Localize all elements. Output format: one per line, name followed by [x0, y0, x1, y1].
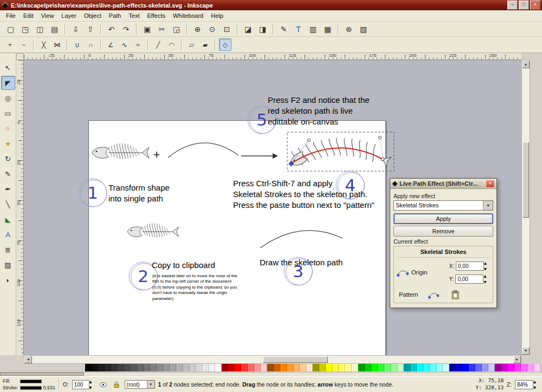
node-corner-button[interactable]: ∠	[105, 38, 117, 51]
spin-up-icon[interactable]: ▴	[483, 273, 489, 279]
palette-swatch[interactable]	[495, 364, 501, 371]
palette-swatch[interactable]	[313, 364, 319, 371]
plus-sign[interactable]: +	[153, 148, 160, 161]
palette-swatch[interactable]	[248, 364, 254, 371]
print-document-button[interactable]: ▤	[48, 22, 61, 36]
palette-swatch[interactable]	[534, 364, 540, 371]
annotation-step4[interactable]: Press Ctrl-Shift-7 and apply Skeletal St…	[233, 178, 375, 211]
spin-down-icon[interactable]: ▾	[89, 384, 95, 390]
palette-swatch[interactable]	[417, 364, 423, 371]
palette-swatch[interactable]	[326, 364, 332, 371]
menu-edit[interactable]: Edit	[20, 11, 37, 21]
dialog-title-bar[interactable]: Live Path Effect (Shift+Ctr... ×	[390, 179, 496, 189]
vertical-scroll-thumb[interactable]	[522, 142, 529, 218]
paste-pattern-icon[interactable]	[449, 290, 461, 299]
origin-y-spinbox[interactable]: 0,00 ▴▾	[455, 273, 489, 285]
vertical-ruler[interactable]: -250255075100125150	[16, 60, 24, 355]
dropdown-arrow-icon[interactable]: ▾	[483, 201, 493, 210]
palette-swatch[interactable]	[300, 364, 306, 371]
origin-x-spinbox[interactable]: 0,00 ▴▾	[456, 260, 490, 272]
palette-swatch[interactable]	[261, 364, 267, 371]
show-handles-button[interactable]: ◇	[219, 38, 231, 51]
palette-swatch[interactable]	[319, 364, 326, 371]
palette-swatch[interactable]	[371, 364, 378, 371]
cut-button[interactable]: ✂	[155, 22, 169, 36]
dialog-close-button[interactable]: ×	[486, 180, 495, 188]
annotation-step1[interactable]: Transform shape into single path	[108, 182, 170, 204]
palette-swatch[interactable]	[521, 364, 527, 371]
palette-swatch[interactable]	[183, 364, 189, 371]
stroke-to-path-button[interactable]: ▰	[199, 38, 211, 51]
horizontal-ruler[interactable]: -250255075100125150175200225250275	[24, 53, 521, 60]
align-distribute-dialog-button[interactable]: ▦	[321, 22, 334, 36]
palette-swatch[interactable]	[384, 364, 391, 371]
palette-swatch[interactable]	[358, 364, 365, 371]
edit-pattern-on-canvas-icon[interactable]	[428, 290, 440, 299]
palette-swatch[interactable]	[111, 364, 118, 371]
palette-swatch[interactable]	[254, 364, 261, 371]
badge-5[interactable]: 5	[256, 110, 267, 129]
palette-swatch[interactable]	[85, 364, 92, 371]
palette-swatch[interactable]	[228, 364, 235, 371]
menu-text[interactable]: Text	[125, 11, 143, 21]
palette-swatch[interactable]	[157, 364, 163, 371]
xml-editor-button[interactable]: ▥	[306, 22, 320, 36]
spin-down-icon[interactable]: ▾	[533, 384, 539, 390]
palette-swatch[interactable]	[449, 364, 456, 371]
fill-stroke-indicator[interactable]: Fill: Stroke: 0,531	[3, 378, 55, 390]
palette-swatch[interactable]	[137, 364, 144, 371]
palette-swatch[interactable]	[404, 364, 410, 371]
origin-y-value[interactable]: 0,00	[455, 275, 483, 284]
palette-swatch[interactable]	[235, 364, 241, 371]
scroll-left-icon[interactable]: ◂	[24, 356, 32, 363]
paste-button[interactable]: ◲	[170, 22, 183, 36]
palette-swatch[interactable]	[430, 364, 436, 371]
vertical-scrollbar[interactable]: ▴ ▾	[521, 60, 530, 355]
bent-fish-selection[interactable]	[287, 132, 394, 171]
spin-down-icon[interactable]: ▾	[484, 266, 490, 272]
live-path-effect-dialog[interactable]: Live Path Effect (Shift+Ctr... × Apply n…	[390, 178, 497, 308]
spin-up-icon[interactable]: ▴	[484, 260, 490, 266]
save-document-button[interactable]: ◫	[33, 22, 47, 36]
star-tool-button[interactable]: ★	[1, 136, 15, 151]
palette-swatch[interactable]	[150, 364, 157, 371]
paint-bucket-tool-button[interactable]: ◣	[1, 212, 15, 226]
maximize-button[interactable]: □	[519, 1, 529, 10]
spiral-tool-button[interactable]: ↻	[1, 152, 15, 166]
node-editor-tool-button[interactable]: ◤	[1, 76, 15, 90]
scroll-up-icon[interactable]: ▴	[522, 61, 530, 68]
duplicate-button[interactable]: ◪	[241, 22, 255, 36]
zoom-tool-button[interactable]: ◎	[1, 91, 15, 105]
palette-swatch[interactable]	[469, 364, 475, 371]
remove-button[interactable]: Remove	[393, 226, 493, 237]
palette-swatch[interactable]	[391, 364, 397, 371]
arrow-right[interactable]	[241, 153, 278, 159]
palette-swatch[interactable]	[202, 364, 209, 371]
palette-swatch[interactable]	[508, 364, 514, 371]
delete-segment-button[interactable]: ∩	[85, 38, 97, 51]
origin-x-value[interactable]: 0,00	[456, 262, 484, 271]
palette-swatch[interactable]	[475, 364, 482, 371]
menu-path[interactable]: Path	[105, 11, 125, 21]
end-node-square[interactable]	[382, 158, 384, 161]
menu-file[interactable]: File	[2, 11, 20, 21]
gradient-tool-button[interactable]: ▨	[1, 258, 15, 272]
palette-swatch[interactable]	[443, 364, 449, 371]
layer-lock-icon[interactable]	[112, 380, 121, 389]
palette-swatch[interactable]	[482, 364, 488, 371]
zoom-page-button[interactable]: ⊡	[220, 22, 234, 36]
delete-node-button[interactable]: −	[17, 38, 30, 51]
annotation-step2-note[interactable]: (it is easiest later on to move the nose…	[152, 273, 239, 302]
document-properties-button[interactable]: ▧	[357, 22, 370, 36]
palette-swatch[interactable]	[306, 364, 313, 371]
redo-button[interactable]: ↷	[119, 22, 133, 36]
stroke-swatch[interactable]	[20, 386, 42, 390]
palette-swatch[interactable]	[423, 364, 430, 371]
apply-button[interactable]: Apply	[393, 213, 493, 224]
annotation-step5[interactable]: Press F2 and notice that the red skeleto…	[268, 95, 370, 127]
export-button[interactable]: ⇧	[83, 22, 97, 36]
palette-swatch[interactable]	[397, 364, 404, 371]
palette-scroll-thumb[interactable]	[0, 373, 84, 376]
join-nodes-button[interactable]: ⋈	[51, 38, 63, 51]
menu-object[interactable]: Object	[80, 11, 105, 21]
